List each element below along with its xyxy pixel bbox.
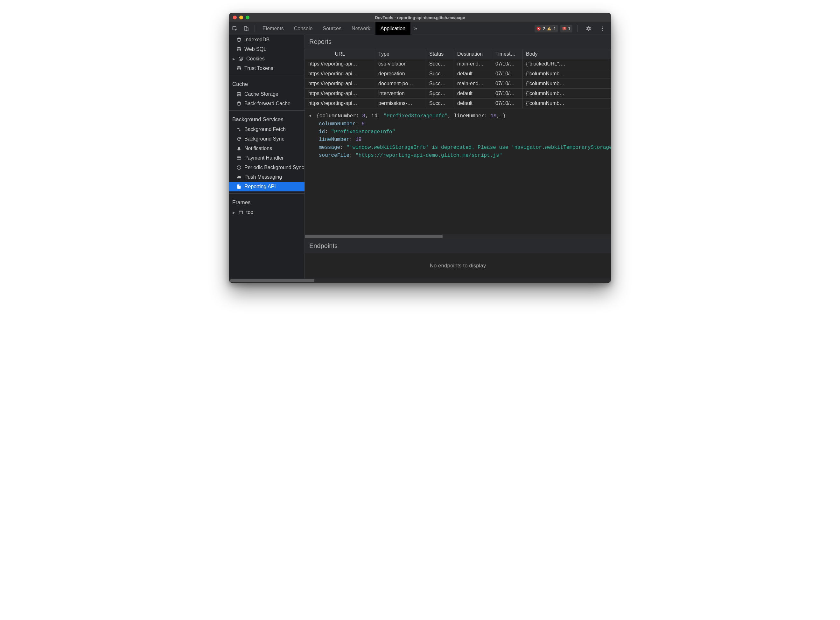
sidebar-item-background-fetch[interactable]: Background Fetch xyxy=(229,125,305,134)
sidebar-divider xyxy=(229,75,305,75)
tab-application[interactable]: Application xyxy=(376,22,410,35)
sidebar-group-frames: Frames xyxy=(229,196,305,208)
expand-arrow-icon[interactable]: ▶ xyxy=(232,57,235,61)
sidebar-item-label: IndexedDB xyxy=(244,37,270,43)
tab-label: Network xyxy=(351,26,370,32)
cell-url: https://reporting-api… xyxy=(305,79,375,89)
cell-destination: main-end… xyxy=(454,59,492,69)
frame-icon xyxy=(238,209,244,215)
table-row[interactable]: https://reporting-api…deprecationSucc…de… xyxy=(305,69,611,79)
window-controls xyxy=(233,16,249,20)
detail-horizontal-scrollbar[interactable] xyxy=(305,234,611,239)
col-timestamp[interactable]: Timest… xyxy=(492,49,523,59)
report-detail-pane[interactable]: ▼ {columnNumber: 8, id: "PrefixedStorage… xyxy=(305,108,611,234)
cell-status: Succ… xyxy=(426,59,454,69)
more-tabs-button[interactable]: » xyxy=(410,25,421,32)
reports-table: URL Type Status Destination Timest… Body… xyxy=(305,49,611,108)
cell-url: https://reporting-api… xyxy=(305,69,375,79)
svg-point-13 xyxy=(239,57,243,61)
application-sidebar[interactable]: IndexedDBWeb SQL▶CookiesTrust Tokens Cac… xyxy=(229,35,305,278)
sidebar-item-reporting-api[interactable]: Reporting API xyxy=(229,182,305,191)
cell-timestamp: 07/10/… xyxy=(492,89,523,99)
endpoints-section-title: Endpoints xyxy=(305,239,611,253)
sidebar-item-payment-handler[interactable]: Payment Handler xyxy=(229,153,305,163)
cell-body: {"columnNumb… xyxy=(523,99,611,108)
sidebar-group-background-services: Background Services xyxy=(229,113,305,125)
tab-network[interactable]: Network xyxy=(347,22,376,35)
tree-expand-icon[interactable]: ▼ xyxy=(309,113,312,119)
table-row[interactable]: https://reporting-api…interventionSucc…d… xyxy=(305,89,611,99)
sidebar-item-cache-storage[interactable]: Cache Storage xyxy=(229,89,305,99)
issues-badge[interactable]: ! 1 xyxy=(560,25,572,32)
sidebar-item-label: Reporting API xyxy=(244,184,276,190)
minimize-window-button[interactable] xyxy=(239,16,243,20)
sidebar-item-web-sql[interactable]: Web SQL xyxy=(229,45,305,54)
cell-body: {"blockedURL":… xyxy=(523,59,611,69)
cell-destination: main-end… xyxy=(454,79,492,89)
cell-timestamp: 07/10/… xyxy=(492,99,523,108)
updown-icon xyxy=(236,126,242,132)
cell-type: document-po… xyxy=(375,79,426,89)
settings-icon[interactable] xyxy=(583,23,594,34)
cell-body: {"columnNumb… xyxy=(523,89,611,99)
tab-sources[interactable]: Sources xyxy=(318,22,347,35)
cell-url: https://reporting-api… xyxy=(305,99,375,108)
db-icon xyxy=(236,47,242,52)
zoom-window-button[interactable] xyxy=(246,16,249,20)
table-row[interactable]: https://reporting-api…document-po…Succ…m… xyxy=(305,79,611,89)
main-area: IndexedDBWeb SQL▶CookiesTrust Tokens Cac… xyxy=(229,35,611,278)
sidebar-item-back-forward-cache[interactable]: Back-forward Cache xyxy=(229,99,305,108)
sidebar-item-notifications[interactable]: Notifications xyxy=(229,144,305,153)
tab-label: Application xyxy=(380,26,406,32)
db-icon xyxy=(236,91,242,97)
sidebar-item-background-sync[interactable]: Background Sync xyxy=(229,134,305,144)
table-row[interactable]: https://reporting-api…csp-violationSucc…… xyxy=(305,59,611,69)
svg-point-14 xyxy=(240,58,241,59)
toolbar-divider xyxy=(255,25,255,32)
col-url[interactable]: URL xyxy=(305,49,375,59)
sidebar-item-label: Background Sync xyxy=(244,136,284,142)
db-icon xyxy=(236,37,242,43)
cell-destination: default xyxy=(454,99,492,108)
detail-row-sourceFile: sourceFile: "https://reporting-api-demo.… xyxy=(309,152,606,160)
sidebar-item-label: Periodic Background Sync xyxy=(244,165,304,170)
expand-arrow-icon[interactable]: ▶ xyxy=(232,211,235,214)
tab-label: Sources xyxy=(323,26,341,32)
sidebar-item-top[interactable]: ▶top xyxy=(229,208,305,217)
cell-destination: default xyxy=(454,89,492,99)
window-horizontal-scrollbar[interactable] xyxy=(229,278,611,283)
bell-icon xyxy=(236,146,242,151)
sidebar-item-cookies[interactable]: ▶Cookies xyxy=(229,54,305,63)
close-window-button[interactable] xyxy=(233,16,237,20)
console-issues-badge[interactable]: 2 1 xyxy=(535,25,558,32)
cell-url: https://reporting-api… xyxy=(305,59,375,69)
sidebar-divider xyxy=(229,110,305,111)
kebab-menu-icon[interactable] xyxy=(597,23,608,34)
sidebar-item-push-messaging[interactable]: Push Messaging xyxy=(229,172,305,182)
toolbar: Elements Console Sources Network Applica… xyxy=(229,22,611,35)
cell-status: Succ… xyxy=(426,79,454,89)
device-toolbar-icon[interactable] xyxy=(241,23,252,34)
cell-status: Succ… xyxy=(426,89,454,99)
inspect-element-icon[interactable] xyxy=(229,23,241,34)
sidebar-item-label: Web SQL xyxy=(244,47,266,52)
sidebar-item-periodic-background-sync[interactable]: Periodic Background Sync xyxy=(229,163,305,172)
cell-url: https://reporting-api… xyxy=(305,89,375,99)
svg-point-8 xyxy=(602,26,603,27)
col-type[interactable]: Type xyxy=(375,49,426,59)
file-icon xyxy=(236,184,242,190)
clock-icon xyxy=(236,165,242,170)
sidebar-item-label: Push Messaging xyxy=(244,174,282,180)
svg-point-17 xyxy=(241,59,242,60)
col-body[interactable]: Body xyxy=(523,49,611,59)
issues-count: 1 xyxy=(568,26,570,31)
sidebar-item-indexeddb[interactable]: IndexedDB xyxy=(229,35,305,45)
tab-elements[interactable]: Elements xyxy=(258,22,289,35)
col-destination[interactable]: Destination xyxy=(454,49,492,59)
sidebar-item-trust-tokens[interactable]: Trust Tokens xyxy=(229,63,305,73)
tab-console[interactable]: Console xyxy=(289,22,318,35)
cell-body: {"columnNumb… xyxy=(523,69,611,79)
col-status[interactable]: Status xyxy=(426,49,454,59)
table-row[interactable]: https://reporting-api…permissions-…Succ…… xyxy=(305,99,611,108)
detail-row-lineNumber: lineNumber: 19 xyxy=(309,136,606,144)
